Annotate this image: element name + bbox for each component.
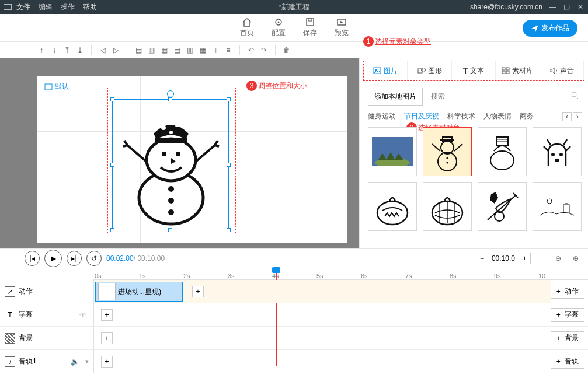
thumb-item[interactable] <box>368 127 417 176</box>
add-audio-button[interactable]: + <box>101 356 113 368</box>
resize-handle[interactable] <box>110 163 114 167</box>
next-button[interactable]: ▸| <box>67 251 82 266</box>
menu-edit[interactable]: 编辑 <box>39 2 53 12</box>
visibility-icon[interactable]: 👁 <box>79 311 86 319</box>
subtitle-lane[interactable]: + <box>93 303 551 326</box>
fit-out-icon[interactable]: ⊖ <box>552 252 565 265</box>
maximize-icon[interactable]: ▢ <box>562 3 570 11</box>
arrow-bottom-icon[interactable]: ⤓ <box>74 44 86 57</box>
action-lane[interactable]: 进场动...显现) + <box>93 280 551 303</box>
cat-item[interactable]: 商务 <box>520 111 534 121</box>
thumb-item[interactable] <box>478 127 527 176</box>
tab-library[interactable]: 素材库 <box>496 61 540 80</box>
cat-item[interactable]: 科学技术 <box>447 111 475 121</box>
play-button[interactable]: ▶ <box>44 250 62 267</box>
prev-button[interactable]: |◂ <box>25 251 40 266</box>
time-ruler[interactable]: 0s 1s 2s 3s 4s 5s 6s 7s 8s 9s 10 <box>93 268 588 280</box>
cat-item[interactable]: 健身运动 <box>368 111 396 121</box>
resize-handle[interactable] <box>227 228 231 232</box>
canvas-frame[interactable]: 默认 <box>37 76 347 243</box>
search-field[interactable] <box>430 90 580 103</box>
resize-handle[interactable] <box>110 228 114 232</box>
rotate-handle[interactable] <box>167 90 174 97</box>
menu-file[interactable]: 文件 <box>16 2 30 12</box>
resize-handle[interactable] <box>168 97 172 102</box>
cat-prev-icon[interactable]: ‹ <box>562 112 572 121</box>
align-left-icon[interactable]: ▤ <box>132 44 145 57</box>
add-bg-button[interactable]: + <box>101 332 113 344</box>
zoom-in-icon[interactable]: + <box>519 253 530 264</box>
bg-lane[interactable]: + <box>93 327 551 349</box>
speaker-icon[interactable]: 🔈 <box>71 358 79 366</box>
action-track-icon: ↗ <box>5 286 15 297</box>
menu-help[interactable]: 帮助 <box>83 2 97 12</box>
tab-sound[interactable]: 声音 <box>540 61 584 80</box>
search-input[interactable] <box>430 90 580 103</box>
nav-preview[interactable]: 预览 <box>326 18 357 38</box>
cat-next-icon[interactable]: › <box>573 112 582 121</box>
timeline-zoom[interactable]: − 00:10.0 + <box>476 253 531 264</box>
arrow-down-icon[interactable]: ↓ <box>48 44 61 57</box>
annot-3-text: 调整位置和大小 <box>258 81 307 91</box>
thumb-item[interactable] <box>423 182 472 231</box>
zoom-out-icon[interactable]: − <box>476 253 488 264</box>
cat-item[interactable]: 人物表情 <box>483 111 512 121</box>
align-bot-icon[interactable]: ▦ <box>196 44 209 57</box>
redo-icon[interactable]: ↷ <box>258 44 270 57</box>
selection-box[interactable] <box>112 99 229 230</box>
canvas-snowman-image[interactable] <box>119 104 224 227</box>
add-subtitle-right[interactable]: + 字幕 <box>551 308 584 322</box>
undo-icon[interactable]: ↶ <box>245 44 258 57</box>
playback-bar: |◂ ▶ ▸| ↺ 00:02.00/ 00:10.00 − 00:10.0 +… <box>0 249 588 268</box>
flip-v-icon[interactable]: ▷ <box>109 44 122 57</box>
flip-h-icon[interactable]: ◁ <box>96 44 109 57</box>
clip-label: 进场动...显现) <box>118 287 161 297</box>
fit-in-icon[interactable]: ⊕ <box>569 252 582 265</box>
nav-save[interactable]: 保存 <box>294 18 326 38</box>
thumb-item[interactable] <box>533 182 582 231</box>
search-icon[interactable] <box>570 91 579 99</box>
thumb-item[interactable] <box>478 182 527 231</box>
chevron-down-icon[interactable]: ▾ <box>85 358 89 365</box>
align-center-icon[interactable]: ▥ <box>145 44 158 57</box>
tab-text[interactable]: T文本 <box>452 61 496 80</box>
canvas-area[interactable]: 默认 <box>0 58 359 249</box>
resize-handle[interactable] <box>110 97 114 102</box>
publish-button[interactable]: 发布作品 <box>523 20 577 37</box>
add-audio-right[interactable]: + 音轨 <box>551 355 584 369</box>
dist-v-icon[interactable]: ≡ <box>222 44 235 57</box>
align-right-icon[interactable]: ▦ <box>158 44 171 57</box>
svg-rect-2 <box>307 19 314 26</box>
add-action-right[interactable]: + 动作 <box>551 285 584 299</box>
cat-item-active[interactable]: 节日及庆祝 <box>404 111 439 121</box>
action-clip[interactable]: 进场动...显现) <box>95 282 183 302</box>
thumb-item[interactable] <box>368 182 417 231</box>
nav-home[interactable]: 首页 <box>231 18 263 38</box>
arrow-up-icon[interactable]: ↑ <box>35 44 48 57</box>
close-icon[interactable]: ✕ <box>576 3 584 11</box>
arrow-top-icon[interactable]: ⤒ <box>61 44 74 57</box>
annot-3-badge: 3 <box>246 80 257 91</box>
minimize-icon[interactable]: — <box>548 3 556 11</box>
thumb-item-selected[interactable] <box>423 127 472 176</box>
resize-handle[interactable] <box>227 163 231 167</box>
tab-shape[interactable]: 图形 <box>408 61 451 80</box>
thumb-item[interactable] <box>533 127 582 176</box>
add-bg-right[interactable]: + 背景 <box>551 331 584 345</box>
dist-h-icon[interactable]: ⫴ <box>209 44 222 57</box>
resize-handle[interactable] <box>227 97 231 102</box>
add-subtitle-button[interactable]: + <box>101 309 113 321</box>
resize-handle[interactable] <box>168 228 172 232</box>
loop-button[interactable]: ↺ <box>86 251 102 266</box>
audio-lane[interactable]: + <box>93 350 551 373</box>
tab-image[interactable]: 图片 <box>364 61 408 80</box>
account-label[interactable]: share@focusky.com.cn <box>470 3 542 11</box>
delete-icon[interactable]: 🗑 <box>280 44 293 57</box>
menu-action[interactable]: 操作 <box>61 2 75 12</box>
nav-config[interactable]: 配置 <box>263 18 294 38</box>
frame-label[interactable]: 默认 <box>44 82 69 92</box>
add-action-button[interactable]: + <box>192 286 204 298</box>
add-local-image-button[interactable]: 添加本地图片 <box>368 88 423 106</box>
align-mid-icon[interactable]: ▥ <box>183 44 196 57</box>
align-top-icon[interactable]: ▤ <box>171 44 183 57</box>
